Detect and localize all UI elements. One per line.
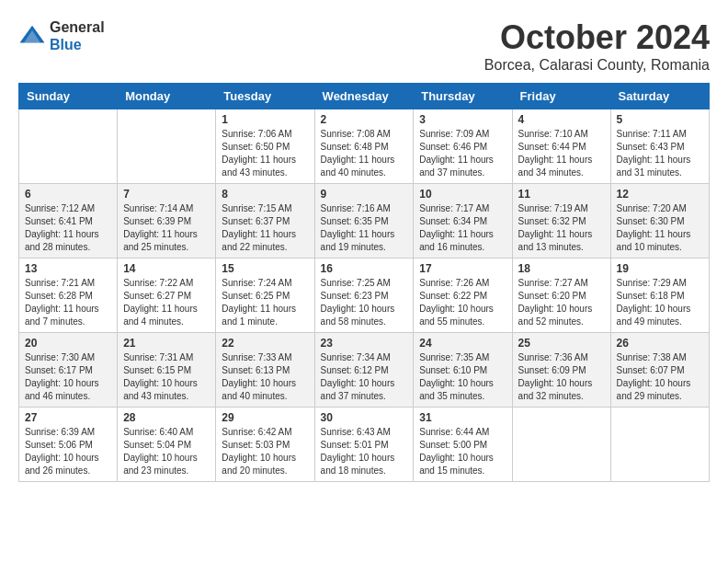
calendar-header-friday: Friday [512, 84, 610, 109]
day-info: Sunrise: 7:11 AMSunset: 6:43 PMDaylight:… [617, 128, 703, 179]
day-number: 20 [25, 337, 111, 350]
day-number: 23 [321, 337, 408, 350]
day-number: 5 [617, 113, 703, 126]
month-title: October 2024 [484, 18, 710, 57]
calendar-cell [512, 408, 610, 482]
calendar-table: SundayMondayTuesdayWednesdayThursdayFrid… [18, 83, 710, 482]
day-number: 30 [321, 411, 408, 424]
day-info: Sunrise: 7:14 AMSunset: 6:39 PMDaylight:… [123, 202, 210, 254]
day-number: 1 [222, 113, 308, 126]
day-info: Sunrise: 7:38 AMSunset: 6:07 PMDaylight:… [617, 351, 703, 403]
day-number: 26 [617, 337, 703, 350]
day-info: Sunrise: 6:43 AMSunset: 5:01 PMDaylight:… [321, 426, 408, 477]
calendar-header-tuesday: Tuesday [216, 84, 314, 109]
calendar-cell: 25Sunrise: 7:36 AMSunset: 6:09 PMDayligh… [512, 333, 610, 408]
calendar-cell: 22Sunrise: 7:33 AMSunset: 6:13 PMDayligh… [216, 333, 314, 408]
day-info: Sunrise: 6:44 AMSunset: 5:00 PMDaylight:… [419, 426, 506, 477]
calendar-cell: 5Sunrise: 7:11 AMSunset: 6:43 PMDaylight… [610, 109, 709, 184]
day-number: 2 [321, 113, 408, 126]
calendar-cell: 31Sunrise: 6:44 AMSunset: 5:00 PMDayligh… [414, 408, 512, 482]
calendar-cell: 29Sunrise: 6:42 AMSunset: 5:03 PMDayligh… [216, 408, 314, 482]
calendar-cell: 2Sunrise: 7:08 AMSunset: 6:48 PMDaylight… [314, 109, 414, 184]
day-number: 8 [222, 188, 308, 201]
day-info: Sunrise: 7:17 AMSunset: 6:34 PMDaylight:… [419, 202, 506, 254]
day-number: 17 [419, 262, 506, 275]
day-info: Sunrise: 7:16 AMSunset: 6:35 PMDaylight:… [321, 202, 408, 254]
calendar-cell: 13Sunrise: 7:21 AMSunset: 6:28 PMDayligh… [19, 259, 118, 333]
calendar-cell: 16Sunrise: 7:25 AMSunset: 6:23 PMDayligh… [314, 259, 414, 333]
calendar-header-thursday: Thursday [414, 84, 512, 109]
day-number: 18 [518, 262, 605, 275]
day-number: 31 [419, 411, 506, 424]
calendar-cell: 21Sunrise: 7:31 AMSunset: 6:15 PMDayligh… [118, 333, 216, 408]
calendar-cell: 1Sunrise: 7:06 AMSunset: 6:50 PMDaylight… [216, 109, 314, 184]
day-info: Sunrise: 6:42 AMSunset: 5:03 PMDaylight:… [222, 426, 308, 477]
logo-blue: Blue [50, 36, 105, 53]
day-number: 13 [25, 262, 111, 275]
page-header: General Blue October 2024 Borcea, Calara… [18, 18, 710, 74]
calendar-cell: 23Sunrise: 7:34 AMSunset: 6:12 PMDayligh… [314, 333, 414, 408]
calendar-cell: 17Sunrise: 7:26 AMSunset: 6:22 PMDayligh… [414, 259, 512, 333]
day-number: 28 [123, 411, 210, 424]
calendar-header-row: SundayMondayTuesdayWednesdayThursdayFrid… [19, 84, 710, 109]
day-info: Sunrise: 7:09 AMSunset: 6:46 PMDaylight:… [419, 128, 506, 179]
calendar-week-row: 20Sunrise: 7:30 AMSunset: 6:17 PMDayligh… [19, 333, 710, 408]
day-info: Sunrise: 6:40 AMSunset: 5:04 PMDaylight:… [123, 426, 210, 477]
calendar-cell: 12Sunrise: 7:20 AMSunset: 6:30 PMDayligh… [610, 184, 709, 259]
day-number: 21 [123, 337, 210, 350]
location: Borcea, Calarasi County, Romania [484, 57, 710, 74]
calendar-cell: 28Sunrise: 6:40 AMSunset: 5:04 PMDayligh… [118, 408, 216, 482]
day-info: Sunrise: 7:33 AMSunset: 6:13 PMDaylight:… [222, 351, 308, 403]
calendar-cell: 6Sunrise: 7:12 AMSunset: 6:41 PMDaylight… [19, 184, 118, 259]
calendar-header-sunday: Sunday [19, 84, 118, 109]
title-block: October 2024 Borcea, Calarasi County, Ro… [484, 18, 710, 74]
calendar-cell [19, 109, 118, 184]
day-info: Sunrise: 7:06 AMSunset: 6:50 PMDaylight:… [222, 128, 308, 179]
day-info: Sunrise: 7:12 AMSunset: 6:41 PMDaylight:… [25, 202, 111, 254]
calendar-cell: 11Sunrise: 7:19 AMSunset: 6:32 PMDayligh… [512, 184, 610, 259]
calendar-cell: 20Sunrise: 7:30 AMSunset: 6:17 PMDayligh… [19, 333, 118, 408]
day-info: Sunrise: 7:22 AMSunset: 6:27 PMDaylight:… [123, 277, 210, 328]
calendar-cell [610, 408, 709, 482]
calendar-week-row: 13Sunrise: 7:21 AMSunset: 6:28 PMDayligh… [19, 259, 710, 333]
day-number: 19 [617, 262, 703, 275]
logo-text: General Blue [50, 18, 105, 53]
logo-general: General [50, 18, 105, 36]
day-info: Sunrise: 7:36 AMSunset: 6:09 PMDaylight:… [518, 351, 605, 403]
calendar-cell: 7Sunrise: 7:14 AMSunset: 6:39 PMDaylight… [118, 184, 216, 259]
day-number: 12 [617, 188, 703, 201]
calendar-cell: 4Sunrise: 7:10 AMSunset: 6:44 PMDaylight… [512, 109, 610, 184]
day-number: 16 [321, 262, 408, 275]
calendar-cell: 8Sunrise: 7:15 AMSunset: 6:37 PMDaylight… [216, 184, 314, 259]
calendar-cell: 26Sunrise: 7:38 AMSunset: 6:07 PMDayligh… [610, 333, 709, 408]
day-info: Sunrise: 7:19 AMSunset: 6:32 PMDaylight:… [518, 202, 605, 254]
calendar-cell: 14Sunrise: 7:22 AMSunset: 6:27 PMDayligh… [118, 259, 216, 333]
calendar-cell: 30Sunrise: 6:43 AMSunset: 5:01 PMDayligh… [314, 408, 414, 482]
day-number: 14 [123, 262, 210, 275]
calendar-cell: 27Sunrise: 6:39 AMSunset: 5:06 PMDayligh… [19, 408, 118, 482]
calendar-header-monday: Monday [118, 84, 216, 109]
day-info: Sunrise: 7:29 AMSunset: 6:18 PMDaylight:… [617, 277, 703, 328]
day-info: Sunrise: 7:15 AMSunset: 6:37 PMDaylight:… [222, 202, 308, 254]
calendar-header-saturday: Saturday [610, 84, 709, 109]
day-number: 25 [518, 337, 605, 350]
calendar-cell: 10Sunrise: 7:17 AMSunset: 6:34 PMDayligh… [414, 184, 512, 259]
day-info: Sunrise: 7:30 AMSunset: 6:17 PMDaylight:… [25, 351, 111, 403]
calendar-week-row: 1Sunrise: 7:06 AMSunset: 6:50 PMDaylight… [19, 109, 710, 184]
day-number: 24 [419, 337, 506, 350]
calendar-cell: 18Sunrise: 7:27 AMSunset: 6:20 PMDayligh… [512, 259, 610, 333]
calendar-cell: 19Sunrise: 7:29 AMSunset: 6:18 PMDayligh… [610, 259, 709, 333]
calendar-week-row: 27Sunrise: 6:39 AMSunset: 5:06 PMDayligh… [19, 408, 710, 482]
day-number: 29 [222, 411, 308, 424]
day-info: Sunrise: 6:39 AMSunset: 5:06 PMDaylight:… [25, 426, 111, 477]
day-info: Sunrise: 7:25 AMSunset: 6:23 PMDaylight:… [321, 277, 408, 328]
day-info: Sunrise: 7:35 AMSunset: 6:10 PMDaylight:… [419, 351, 506, 403]
day-info: Sunrise: 7:24 AMSunset: 6:25 PMDaylight:… [222, 277, 308, 328]
day-number: 4 [518, 113, 605, 126]
day-number: 6 [25, 188, 111, 201]
day-number: 27 [25, 411, 111, 424]
calendar-cell: 24Sunrise: 7:35 AMSunset: 6:10 PMDayligh… [414, 333, 512, 408]
logo: General Blue [18, 18, 105, 53]
day-number: 3 [419, 113, 506, 126]
day-number: 10 [419, 188, 506, 201]
